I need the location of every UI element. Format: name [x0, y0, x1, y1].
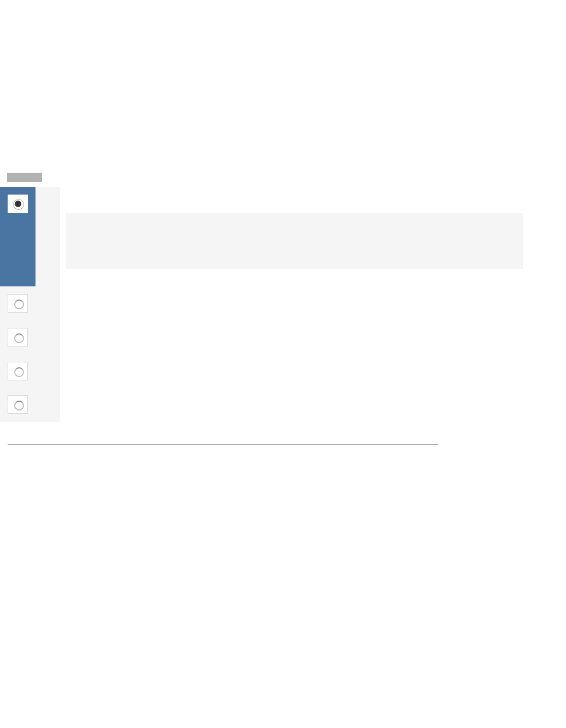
thumbnail-sidebar: [0, 187, 60, 422]
thumbnail-item-4[interactable]: [8, 362, 28, 380]
spinner-icon: [14, 333, 22, 341]
thumbnail-item-2[interactable]: [8, 294, 28, 313]
spinner-icon: [14, 401, 22, 408]
thumbnail-item-3[interactable]: [8, 328, 28, 347]
content-panel-placeholder: [66, 213, 523, 269]
spinner-icon: [14, 367, 22, 375]
spinner-icon: [14, 300, 22, 307]
top-bar-placeholder: [7, 173, 42, 182]
record-icon: [15, 201, 21, 207]
thumbnail-item-5[interactable]: [8, 395, 28, 414]
divider-line: [8, 444, 438, 445]
thumbnail-item-1[interactable]: [8, 195, 28, 213]
